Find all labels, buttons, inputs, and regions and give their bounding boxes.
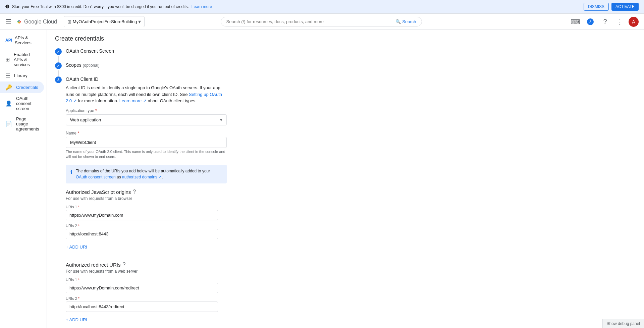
info-box-text: The domains of the URIs you add below wi…: [76, 168, 222, 180]
js-uri2-input[interactable]: [66, 229, 218, 239]
step3-title: OAuth Client ID: [66, 76, 98, 82]
sidebar-label-enabled: Enabled APIs & services: [14, 52, 39, 67]
api-badge: API APIs & Services: [0, 33, 47, 47]
nav-right: ⌨ 3 ? ⋮ A: [570, 16, 639, 28]
search-input[interactable]: [226, 19, 393, 24]
info-box: ℹ The domains of the URIs you add below …: [66, 165, 227, 183]
js-origins-desc: For use with requests from a browser: [66, 196, 636, 201]
redirect-uri1-input[interactable]: [66, 283, 218, 293]
js-uri1-group: URIs 1 *: [66, 205, 218, 220]
sidebar-item-oauth-consent[interactable]: 👤 OAuth consent screen: [0, 93, 44, 114]
api-title: APIs & Services: [15, 35, 41, 45]
layout: API APIs & Services ⊞ Enabled APIs & ser…: [0, 30, 644, 328]
chevron-down-icon: ▾: [138, 18, 141, 25]
sidebar-item-enabled-apis[interactable]: ⊞ Enabled APIs & services: [0, 49, 44, 70]
google-cloud-logo-icon: [15, 18, 23, 25]
js-uri2-group: URIs 2 *: [66, 224, 218, 239]
add-js-uri-button[interactable]: + ADD URI: [66, 242, 87, 252]
step1-done-icon: ✓: [55, 48, 62, 55]
redirect-uris-heading: Authorized redirect URIs ?: [66, 262, 636, 268]
logo-text: Google Cloud: [24, 19, 57, 25]
dismiss-button[interactable]: DISMISS: [584, 3, 609, 11]
banner-learn-more-link[interactable]: Learn more: [192, 4, 212, 9]
sidebar-item-credentials[interactable]: 🔑 Credentials: [0, 81, 44, 93]
name-group: Name * The name of your OAuth 2.0 client…: [66, 131, 227, 160]
step2-title: Scopes (optional): [66, 62, 100, 68]
grid-icon: ⊞: [5, 56, 10, 63]
show-debug-panel[interactable]: Show debug panel: [602, 319, 644, 328]
sidebar-label-oauth: OAuth consent screen: [16, 96, 39, 111]
redirect-uris-title: Authorized redirect URIs: [66, 262, 120, 268]
redirect-uri2-group: URIs 2 *: [66, 296, 218, 312]
more-options-icon[interactable]: ⋮: [614, 16, 626, 28]
name-label: Name *: [66, 131, 227, 135]
redirect-uri1-label: URIs 1 *: [66, 278, 218, 282]
notifications-icon[interactable]: 3: [584, 16, 596, 28]
js-origins-title: Authorized JavaScript origins: [66, 189, 131, 195]
api-text: API: [5, 38, 12, 43]
step2-done-icon: ✓: [55, 62, 62, 69]
sidebar-label-credentials: Credentials: [16, 85, 38, 90]
consent-icon: 👤: [5, 100, 12, 107]
terminal-icon[interactable]: ⌨: [570, 16, 582, 28]
js-uri1-input[interactable]: [66, 210, 218, 220]
app-type-group: Application type * Web application ▾: [66, 108, 227, 125]
gcloud-logo: Google Cloud: [15, 18, 57, 25]
help-icon[interactable]: ?: [599, 16, 611, 28]
step3-container: 3 OAuth Client ID: [55, 76, 636, 83]
key-icon: 🔑: [5, 84, 12, 91]
redirect-uri1-group: URIs 1 *: [66, 278, 218, 293]
js-uri2-label: URIs 2 *: [66, 224, 218, 228]
page-title: Create credentials: [55, 35, 636, 42]
hamburger-icon[interactable]: ☰: [5, 18, 11, 26]
step2-connector: [58, 70, 59, 76]
sidebar-label-library: Library: [14, 73, 28, 78]
sidebar-section: ⊞ Enabled APIs & services ☰ Library 🔑 Cr…: [0, 47, 47, 137]
step3-form: A client ID is used to identify a single…: [66, 85, 636, 328]
app-type-select[interactable]: Web application ▾: [66, 114, 227, 125]
banner-text: Start your Free Trial with $300 in credi…: [12, 4, 189, 9]
search-button[interactable]: 🔍 Search: [395, 19, 416, 24]
main-content: Create credentials ✓ OAuth Consent Scree…: [47, 30, 644, 328]
redirect-uri2-label: URIs 2 *: [66, 296, 218, 300]
sidebar-label-page-usage: Page usage agreements: [16, 116, 39, 131]
project-selector[interactable]: ⊞ MyOAuthProjectForStoreBuilding ▾: [64, 16, 145, 27]
name-hint: The name of your OAuth 2.0 client. This …: [66, 149, 227, 160]
library-icon: ☰: [5, 72, 10, 79]
app-type-value: Web application: [70, 117, 101, 122]
step2-optional: (optional): [83, 63, 100, 68]
oauth-consent-screen-link[interactable]: OAuth consent screen: [76, 175, 116, 179]
search-bar: 🔍 Search: [221, 17, 422, 26]
step1-container: ✓ OAuth Consent Screen: [55, 48, 636, 55]
js-origins-help-icon[interactable]: ?: [133, 189, 136, 195]
app-type-label: Application type *: [66, 108, 227, 113]
project-name: MyOAuthProjectForStoreBuilding: [73, 19, 137, 24]
step3-current-icon: 3: [55, 76, 62, 83]
top-banner: 🅖 Start your Free Trial with $300 in cre…: [0, 0, 644, 14]
sidebar: API APIs & Services ⊞ Enabled APIs & ser…: [0, 30, 47, 328]
learn-more-link[interactable]: Learn more ↗: [119, 98, 147, 103]
js-origins-heading: Authorized JavaScript origins ?: [66, 189, 636, 195]
js-uri1-label: URIs 1 *: [66, 205, 218, 209]
redirect-help-icon[interactable]: ?: [122, 262, 125, 268]
search-icon: 🔍: [395, 19, 401, 24]
redirect-uri2-input[interactable]: [66, 302, 218, 312]
notification-badge: 3: [587, 18, 594, 25]
dropdown-arrow-icon: ▾: [220, 117, 222, 122]
name-input[interactable]: [66, 137, 227, 148]
authorized-domains-link[interactable]: authorized domains ↗: [122, 175, 162, 179]
step1-connector: [58, 56, 59, 62]
redirect-uris-desc: For use with requests from a web server: [66, 269, 636, 274]
page-icon: 📄: [5, 121, 12, 127]
banner-google-icon: 🅖: [5, 4, 9, 9]
add-redirect-uri-button[interactable]: + ADD URI: [66, 315, 87, 324]
user-avatar[interactable]: A: [629, 17, 639, 27]
step2-container: ✓ Scopes (optional): [55, 62, 636, 69]
step3-description: A client ID is used to identify a single…: [66, 85, 227, 104]
sidebar-item-page-usage[interactable]: 📄 Page usage agreements: [0, 114, 44, 134]
step1-title: OAuth Consent Screen: [66, 48, 114, 54]
sidebar-item-library[interactable]: ☰ Library: [0, 70, 44, 81]
activate-button[interactable]: ACTIVATE: [611, 3, 639, 11]
info-icon: ℹ: [70, 168, 72, 180]
top-nav: ☰ Google Cloud ⊞ MyOAuthProjectForStoreB…: [0, 14, 644, 30]
